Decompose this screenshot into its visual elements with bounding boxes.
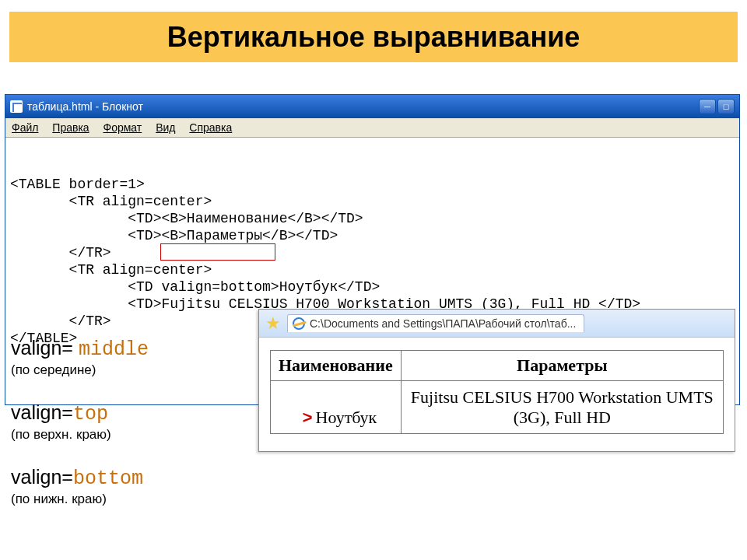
ie-icon [293, 317, 305, 330]
table-row: >Ноутбук Fujitsu CELSIUS H700 Workstatio… [271, 381, 724, 434]
highlight-box [160, 243, 275, 261]
legend-item-bottom: valign=bottom (по нижн. краю) [11, 466, 149, 510]
arrow-marker: > [302, 409, 312, 429]
valign-legend: valign= middle (по середине) valign=top … [11, 337, 149, 530]
browser-tab[interactable]: C:\Documents and Settings\ПАПА\Рабочий с… [287, 314, 584, 332]
tab-path: C:\Documents and Settings\ПАПА\Рабочий с… [310, 317, 576, 330]
cell-params: Fujitsu CELSIUS H700 Workstation UMTS (3… [401, 381, 723, 434]
legend-item-middle: valign= middle (по середине) [11, 337, 149, 381]
notepad-menubar: Файл Правка Формат Вид Справка [5, 118, 739, 138]
table-header-row: Наименование Параметры [271, 351, 724, 381]
notepad-icon [10, 100, 23, 113]
browser-content: Наименование Параметры >Ноутбук Fujitsu … [259, 338, 735, 451]
notepad-title: таблица.html - Блокнот [27, 100, 143, 113]
notepad-titlebar: таблица.html - Блокнот ─ □ [5, 95, 739, 118]
window-controls: ─ □ [699, 99, 735, 114]
legend-item-top: valign=top (по верхн. краю) [11, 401, 149, 446]
slide-title-bar: Вертикальное выравнивание [9, 12, 738, 62]
browser-window: ★ C:\Documents and Settings\ПАПА\Рабочий… [258, 309, 735, 452]
rendered-table: Наименование Параметры >Ноутбук Fujitsu … [270, 350, 724, 434]
cell-name: >Ноутбук [271, 381, 402, 434]
favorites-icon[interactable]: ★ [265, 313, 281, 334]
maximize-button[interactable]: □ [717, 99, 735, 114]
menu-view[interactable]: Вид [156, 121, 175, 134]
menu-format[interactable]: Формат [103, 121, 142, 134]
browser-tabbar: ★ C:\Documents and Settings\ПАПА\Рабочий… [259, 310, 735, 338]
header-name: Наименование [271, 351, 402, 381]
menu-file[interactable]: Файл [12, 121, 38, 134]
menu-help[interactable]: Справка [189, 121, 232, 134]
header-params: Параметры [401, 351, 723, 381]
slide-title: Вертикальное выравнивание [167, 21, 580, 54]
minimize-button[interactable]: ─ [699, 99, 716, 114]
menu-edit[interactable]: Правка [52, 121, 89, 134]
